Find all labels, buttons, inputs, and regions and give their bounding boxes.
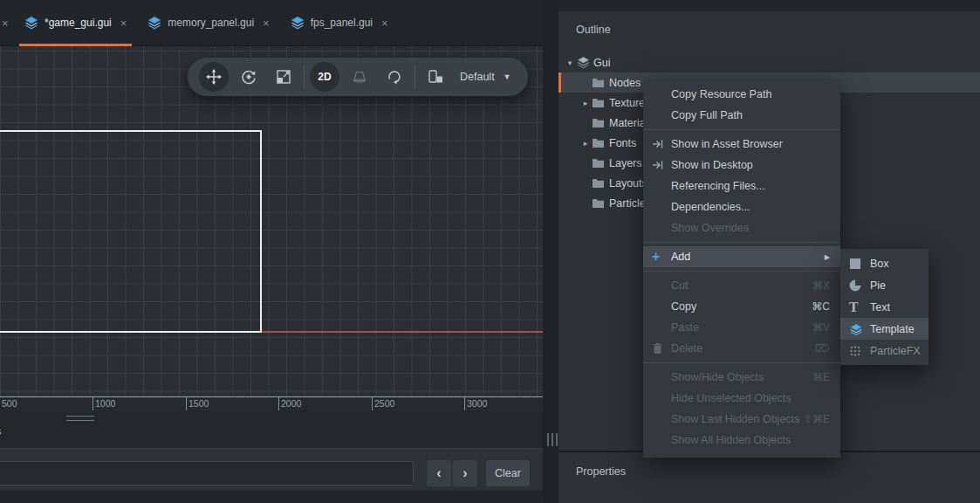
ruler-label: 2000 [281, 398, 301, 409]
2d-mode-label: 2D [318, 71, 331, 83]
clear-button-label: Clear [495, 467, 521, 479]
expander-closed-icon[interactable]: ▸ [579, 99, 592, 107]
submenu-item-text[interactable]: T Text [840, 296, 929, 318]
menu-item-delete: Delete ⌦ [643, 338, 840, 359]
submenu-arrow-icon: ▶ [825, 253, 830, 261]
box-icon [849, 258, 870, 270]
folder-icon [592, 178, 609, 189]
menu-item-show-in-asset-browser[interactable]: Show in Asset Browser [643, 134, 840, 155]
add-submenu: Box Pie T Text Template [840, 249, 929, 365]
submenu-item-template[interactable]: Template [840, 318, 929, 340]
shortcut-label: ⌘V [812, 321, 830, 334]
context-menu: Copy Resource Path Copy Full Path Show i… [643, 79, 840, 458]
ruler-tick [278, 397, 279, 410]
shortcut-label: ⌘E [812, 371, 830, 383]
tree-row-label: Fonts [609, 137, 636, 149]
ruler-tick [93, 397, 93, 410]
delete-key-icon: ⌦ [815, 342, 830, 355]
toolbar-divider [415, 65, 415, 89]
editor-window: × *game_gui.gui × memory_panel.gui × [0, 0, 980, 503]
ruler-tick [372, 397, 373, 410]
tab-bar: × *game_gui.gui × memory_panel.gui × [0, 0, 543, 46]
tab-close-icon[interactable]: × [120, 17, 127, 29]
gui-file-icon [147, 16, 161, 30]
folder-icon [592, 138, 609, 148]
menu-item-hide-unselected-objects: Hide Unselected Objects [643, 388, 840, 409]
display-profile-button[interactable] [418, 59, 453, 94]
search-input[interactable] [0, 461, 414, 486]
ruler-label: 500 [2, 398, 17, 409]
ruler-label: 1000 [95, 398, 115, 409]
tab-game-gui[interactable]: *game_gui.gui × [16, 0, 135, 46]
chevron-down-icon[interactable]: ▼ [504, 72, 511, 81]
menu-item-dependencies[interactable]: Dependencies... [643, 196, 840, 217]
chevron-left-icon: ‹ [436, 465, 441, 481]
tab-close-icon[interactable]: × [263, 17, 270, 29]
scene-toolbar: 2D Default ▼ [188, 58, 528, 96]
tree-row-label: Nodes [609, 77, 641, 89]
menu-item-show-last-hidden-objects: Show Last Hidden Objects ⇧⌘E [643, 409, 840, 430]
expander-closed-icon[interactable]: ▸ [579, 139, 592, 148]
submenu-item-pie[interactable]: Pie [840, 274, 929, 296]
device-icon [427, 68, 444, 86]
pane-gap: s [0, 410, 543, 448]
2d-mode-button[interactable]: 2D [310, 62, 339, 92]
tab-memory-panel[interactable]: memory_panel.gui × [139, 0, 278, 46]
tab-label: fps_panel.gui [311, 17, 373, 29]
menu-item-referencing-files[interactable]: Referencing Files... [643, 176, 840, 196]
toolbar-divider [304, 65, 305, 89]
folder-icon [592, 78, 609, 88]
clear-button[interactable]: Clear [486, 460, 530, 486]
ruler-tick [464, 397, 465, 410]
menu-item-copy-full-path[interactable]: Copy Full Path [643, 105, 840, 126]
folder-icon [592, 198, 609, 209]
tab-label: memory_panel.gui [168, 17, 254, 29]
expander-open-icon[interactable]: ▾ [564, 59, 576, 67]
shortcut-label: ⌘X [812, 279, 830, 292]
ruler-label: 1500 [188, 398, 209, 409]
outline-panel-title: Outline [576, 24, 611, 36]
gui-file-icon [291, 16, 305, 30]
tree-row-label: Gui [593, 57, 610, 69]
folder-icon [592, 158, 609, 169]
jump-to-icon [652, 159, 671, 171]
submenu-item-box[interactable]: Box [840, 252, 929, 274]
x-axis-line [262, 331, 543, 333]
submenu-item-particlefx[interactable]: ParticleFX [840, 340, 929, 362]
tab-close-icon[interactable]: × [381, 17, 388, 29]
menu-separator [643, 271, 840, 272]
folder-icon [592, 98, 609, 108]
menu-item-show-hide-objects: Show/Hide Objects ⌘E [643, 367, 840, 388]
bottom-strip [0, 490, 543, 503]
horizontal-resize-handle[interactable] [66, 416, 94, 421]
text-icon: T [849, 301, 870, 314]
partial-tab-close-icon[interactable]: × [2, 17, 12, 30]
menu-item-copy-resource-path[interactable]: Copy Resource Path [643, 84, 840, 105]
tree-row-gui[interactable]: ▾ Gui [559, 52, 980, 72]
scene-viewport[interactable]: 2D Default ▼ [0, 46, 543, 396]
ruler-label: 3000 [467, 398, 487, 409]
shortcut-label: ⌘C [812, 300, 830, 313]
search-bar: ‹ › Clear [0, 448, 543, 490]
vertical-resize-handle[interactable] [547, 433, 558, 446]
tree-row-label: Layers [609, 157, 642, 169]
menu-item-show-in-desktop[interactable]: Show in Desktop [643, 155, 840, 176]
template-icon [849, 322, 870, 335]
menu-item-show-all-hidden-objects: Show All Hidden Objects [643, 430, 840, 451]
next-result-button[interactable]: › [453, 460, 477, 486]
move-tool-button[interactable] [199, 62, 229, 92]
pane-divider [543, 0, 559, 503]
horizontal-ruler: 500 1000 1500 2000 2500 3000 [0, 396, 543, 410]
gui-file-icon [24, 16, 38, 30]
menu-item-add[interactable]: + Add ▶ [643, 246, 840, 267]
menu-separator [643, 129, 840, 130]
reset-camera-button[interactable] [377, 59, 412, 94]
scale-tool-button[interactable] [266, 59, 301, 94]
perspective-camera-button[interactable] [342, 59, 377, 94]
prev-result-button[interactable]: ‹ [427, 460, 451, 486]
tab-label: *game_gui.gui [45, 17, 112, 29]
rotate-tool-button[interactable] [231, 59, 266, 94]
menu-item-copy[interactable]: Copy ⌘C [643, 296, 840, 317]
properties-panel-title: Properties [576, 465, 626, 478]
tab-fps-panel[interactable]: fps_panel.gui × [282, 0, 397, 46]
